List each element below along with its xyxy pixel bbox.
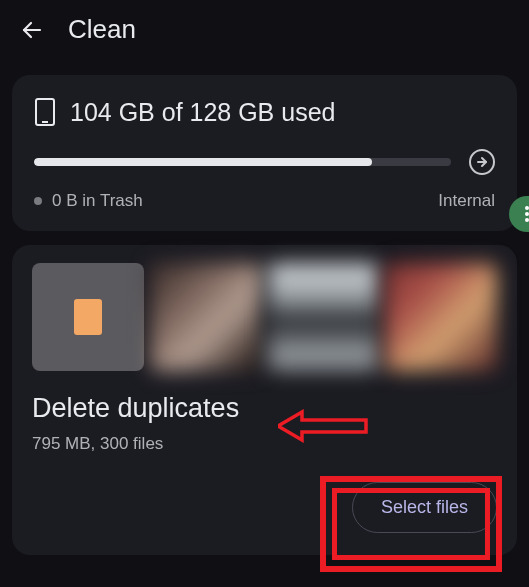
duplicates-title: Delete duplicates [32,393,497,424]
thumbnail-archive[interactable] [32,263,144,371]
storage-header: 104 GB of 128 GB used [34,97,495,127]
thumbnail-photo[interactable] [150,263,262,371]
phone-icon [34,97,56,127]
svg-point-5 [525,212,529,216]
thumbnail-photo[interactable] [385,263,497,371]
duplicates-card: Delete duplicates 795 MB, 300 files Sele… [12,245,517,555]
select-files-button[interactable]: Select files [352,482,497,533]
arrow-left-icon [20,18,44,42]
status-dot-icon [34,197,42,205]
duplicates-subtitle: 795 MB, 300 files [32,434,497,454]
thumbnail-row [32,263,497,371]
storage-progress-bar [34,158,451,166]
storage-progress-row [34,149,495,175]
back-button[interactable] [18,16,46,44]
trash-size-text: 0 B in Trash [52,191,143,211]
app-header: Clean [0,0,529,57]
storage-card: 104 GB of 128 GB used 0 B in Trash Inter… [12,75,517,231]
svg-point-4 [525,206,529,210]
storage-progress-fill [34,158,372,166]
arrow-right-icon [476,156,488,168]
storage-location-label[interactable]: Internal [438,191,495,211]
svg-point-6 [525,218,529,222]
storage-details-button[interactable] [469,149,495,175]
storage-footer: 0 B in Trash Internal [34,191,495,211]
page-title: Clean [68,14,136,45]
button-row: Select files [32,482,497,533]
more-vertical-icon [525,206,529,222]
thumbnail-photo[interactable] [268,263,380,371]
storage-usage-text: 104 GB of 128 GB used [70,98,335,127]
archive-file-icon [74,299,102,335]
trash-info[interactable]: 0 B in Trash [34,191,143,211]
